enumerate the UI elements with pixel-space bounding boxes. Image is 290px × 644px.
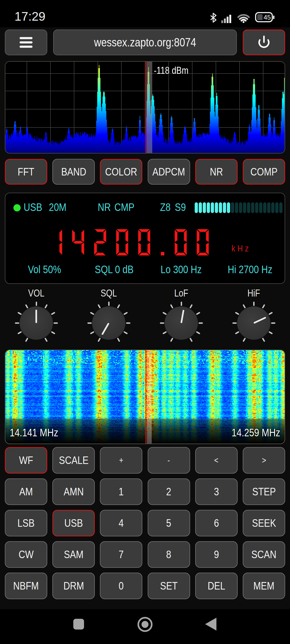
knob-tick <box>126 323 130 324</box>
passband-region <box>147 62 152 153</box>
server-address-text: wessex.zapto.org:8074 <box>94 36 196 49</box>
cw-button[interactable]: CW <box>5 541 47 568</box>
button-label: NBFM <box>13 580 39 592</box>
4-button[interactable]: 4 <box>100 510 142 536</box>
band-button[interactable]: BAND <box>52 159 95 185</box>
server-address-field[interactable]: wessex.zapto.org:8074 <box>53 30 237 55</box>
9-button[interactable]: 9 <box>195 541 238 568</box>
button-label: USB <box>64 517 83 529</box>
button-label: 0 <box>119 580 124 592</box>
knob-vol[interactable]: VOL <box>11 288 62 340</box>
meter-bar-dim <box>271 202 274 213</box>
tuning-line <box>146 62 146 153</box>
knob-dial[interactable] <box>165 306 198 340</box>
frequency-display[interactable] <box>50 229 209 255</box>
power-button[interactable] <box>243 30 285 55</box>
connection-status-dot <box>13 204 21 211</box>
meter-bar-dim <box>263 202 266 213</box>
svg-text:45: 45 <box>264 14 271 21</box>
knob-tick <box>196 312 200 315</box>
knob-tick <box>117 304 120 308</box>
button-label: 8 <box>166 548 171 561</box>
frequency-decimal-point <box>160 229 165 255</box>
knob-tick <box>196 331 200 334</box>
knob-tick <box>198 323 203 324</box>
knob-tick <box>242 338 246 342</box>
knob-tick <box>160 323 164 324</box>
nr-button[interactable]: NR <box>195 159 238 185</box>
button-label: SCAN <box>251 548 276 561</box>
0-button[interactable]: 0 <box>100 573 142 599</box>
fft-button[interactable]: FFT <box>5 159 47 185</box>
-button[interactable]: < <box>195 447 238 474</box>
adpcm-button[interactable]: ADPCM <box>148 159 190 185</box>
am-button[interactable]: AM <box>5 478 47 505</box>
low-cut-readout: Lo 300 Hz <box>161 264 202 276</box>
knob-tick <box>123 331 128 334</box>
knob-label: SQL <box>101 288 117 299</box>
knob-pointer <box>180 310 184 323</box>
knob-hif[interactable]: HiF <box>228 288 279 340</box>
scan-button[interactable]: SCAN <box>243 541 285 568</box>
sam-button[interactable]: SAM <box>52 541 95 568</box>
knob-tick <box>162 331 166 334</box>
fft-spectrum-canvas[interactable] <box>5 62 285 153</box>
toolbar-row: FFTBANDCOLORADPCMNRCOMP <box>5 159 285 185</box>
-button[interactable]: > <box>243 447 285 474</box>
signal-meter <box>195 202 282 213</box>
waterfall-panel[interactable]: 14.141 MHz 14.259 MHz <box>5 350 285 444</box>
scale-button[interactable]: SCALE <box>52 447 95 474</box>
lsb-button[interactable]: LSB <box>5 510 47 536</box>
knob-tick <box>268 331 273 334</box>
amn-button[interactable]: AMN <box>52 478 95 505</box>
knob-lof[interactable]: LoF <box>156 288 207 340</box>
knob-dial[interactable] <box>20 306 53 340</box>
knob-dial[interactable] <box>237 306 270 340</box>
usb-button[interactable]: USB <box>52 510 95 536</box>
fft-spectrum-panel[interactable]: -118 dBm <box>5 61 285 153</box>
menu-button[interactable] <box>5 30 47 55</box>
button-label: AM <box>19 486 33 498</box>
knob-tick <box>108 302 110 306</box>
keypad-row-3: LSBUSB456SEEK <box>5 510 285 536</box>
set-button[interactable]: SET <box>148 573 190 599</box>
button-label: STEP <box>252 486 276 498</box>
8-button[interactable]: 8 <box>148 541 190 568</box>
knob-dial[interactable] <box>92 306 125 340</box>
-button[interactable]: - <box>148 447 190 474</box>
frequency-digit-0 <box>197 229 209 255</box>
mem-button[interactable]: MEM <box>243 573 285 599</box>
meter-bar-dim <box>251 202 254 213</box>
del-button[interactable]: DEL <box>195 573 238 599</box>
button-label: WF <box>19 454 33 466</box>
-button[interactable]: + <box>100 447 142 474</box>
frequency-digit-0 <box>175 229 187 255</box>
step-button[interactable]: STEP <box>243 478 285 505</box>
comp-button[interactable]: COMP <box>243 159 285 185</box>
button-label: - <box>168 455 170 465</box>
3-button[interactable]: 3 <box>195 478 238 505</box>
button-label: SAM <box>64 548 84 561</box>
6-button[interactable]: 6 <box>195 510 238 536</box>
2-button[interactable]: 2 <box>148 478 190 505</box>
knob-tick <box>15 323 19 324</box>
drm-button[interactable]: DRM <box>52 573 95 599</box>
knob-sql[interactable]: SQL <box>83 288 134 340</box>
band-indicator: 20M <box>49 201 66 213</box>
phone-screen: 17:29 <box>0 0 290 644</box>
back-button[interactable] <box>205 618 216 631</box>
meter-bar-lit <box>211 202 214 213</box>
knob-tick <box>44 338 48 342</box>
knob-tick <box>170 338 173 342</box>
5-button[interactable]: 5 <box>148 510 190 536</box>
seek-button[interactable]: SEEK <box>243 510 285 536</box>
frequency-digit-2 <box>94 229 106 255</box>
color-button[interactable]: COLOR <box>100 159 142 185</box>
nbfm-button[interactable]: NBFM <box>5 573 47 599</box>
home-button[interactable] <box>137 617 153 632</box>
recents-button[interactable] <box>73 618 85 630</box>
1-button[interactable]: 1 <box>100 478 142 505</box>
wf-button[interactable]: WF <box>5 447 47 474</box>
7-button[interactable]: 7 <box>100 541 142 568</box>
cmp-flag: CMP <box>114 201 135 213</box>
